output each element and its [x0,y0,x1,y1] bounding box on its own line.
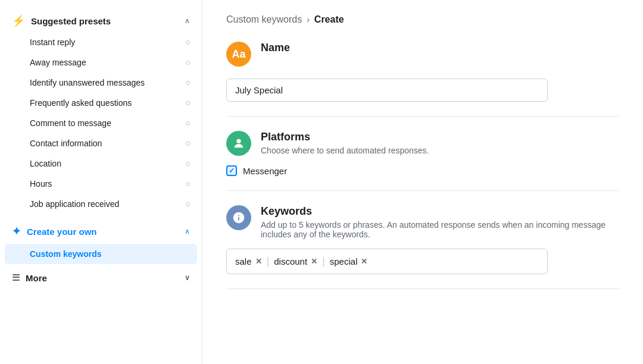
sidebar-item-custom-keywords[interactable]: Custom keywords [5,244,197,264]
suggested-presets-label: Suggested presets [31,16,111,26]
svg-point-0 [236,139,241,143]
divider-3 [226,288,619,289]
dot-icon [186,162,190,166]
name-input[interactable] [226,79,548,102]
keyword-label-discount: discount [274,256,307,266]
keywords-title: Keywords [261,205,619,218]
divider-1 [226,116,619,117]
platforms-title: Platforms [261,131,429,143]
breadcrumb-separator: › [307,15,310,24]
hamburger-icon: ☰ [12,272,20,283]
keyword-tag-special: special ✕ [330,256,368,266]
suggested-presets-section[interactable]: ⚡ Suggested presets ∧ [0,10,202,32]
sidebar-item-contact-info[interactable]: Contact information [0,133,202,153]
more-section[interactable]: ☰ More ∨ [0,266,202,289]
keyword-remove-sale[interactable]: ✕ [255,257,262,266]
sidebar-item-faq[interactable]: Frequently asked questions [0,93,202,113]
dot-icon [186,61,190,65]
create-own-section: ✦ Create your own ∧ Custom keywords [0,219,202,264]
keyword-remove-discount[interactable]: ✕ [311,257,317,266]
main-content: Custom keywords › Create Aa Name Pl [202,0,643,364]
divider-2 [226,190,619,191]
sidebar-item-job-application[interactable]: Job application received [0,194,202,214]
name-icon: Aa [226,42,251,67]
dot-icon [186,121,190,125]
suggested-presets-list: Instant reply Away message Identify unan… [0,32,202,214]
dot-icon [186,142,190,146]
platforms-section: Platforms Choose where to send automated… [226,131,619,176]
sidebar-item-hours[interactable]: Hours [0,174,202,194]
keyword-tag-discount: discount ✕ [274,256,317,266]
keyword-remove-special[interactable]: ✕ [361,257,367,266]
create-own-header[interactable]: ✦ Create your own ∧ [0,219,202,244]
bolt-icon: ⚡ [12,14,25,27]
more-label: More [26,273,47,283]
breadcrumb-parent[interactable]: Custom keywords [226,14,302,25]
platforms-description: Choose where to send automated responses… [261,146,429,155]
keywords-description: Add up to 5 keywords or phrases. An auto… [261,220,619,239]
dot-icon [186,101,190,105]
messenger-checkbox-row: ✓ Messenger [226,165,619,176]
sidebar-item-away-message[interactable]: Away message [0,52,202,73]
dot-icon [186,81,190,85]
platforms-icon [226,131,251,156]
keyword-label-sale: sale [235,256,252,266]
keyword-tag-sale: sale ✕ [235,256,262,266]
sidebar-item-location[interactable]: Location [0,153,202,174]
messenger-checkbox[interactable]: ✓ [226,165,237,176]
dot-icon [186,40,190,45]
create-own-chevron-icon: ∧ [185,227,190,236]
dot-icon [186,202,190,206]
sidebar-item-comment-to-message[interactable]: Comment to message [0,113,202,133]
suggested-chevron-icon: ∧ [185,17,190,25]
sidebar-item-identify-unanswered[interactable]: Identify unanswered messages [0,73,202,93]
keyword-sep-2: | [322,255,325,268]
sidebar-item-instant-reply[interactable]: Instant reply [0,32,202,52]
diamond-icon: ✦ [12,225,21,238]
messenger-label: Messenger [243,166,287,176]
keywords-input-box[interactable]: sale ✕ | discount ✕ | special ✕ [226,249,548,274]
breadcrumb: Custom keywords › Create [226,14,619,25]
name-section: Aa Name [226,42,619,102]
dot-icon [186,182,190,186]
keywords-section: Keywords Add up to 5 keywords or phrases… [226,205,619,274]
sidebar: ⚡ Suggested presets ∧ Instant reply Away… [0,0,202,364]
keywords-icon [226,205,251,230]
keyword-label-special: special [330,256,358,266]
create-own-label: Create your own [27,227,97,237]
keyword-sep-1: | [267,255,270,268]
more-chevron-icon: ∨ [185,274,190,282]
breadcrumb-current: Create [314,14,344,25]
name-title: Name [261,42,290,54]
